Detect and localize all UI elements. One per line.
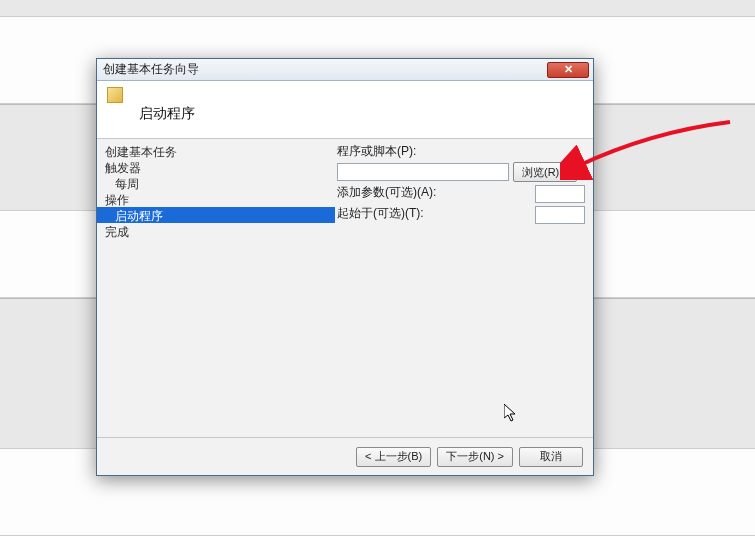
- cancel-button[interactable]: 取消: [519, 447, 583, 467]
- wizard-icon: [107, 87, 123, 103]
- program-input[interactable]: [337, 163, 509, 181]
- sidebar-item-finish[interactable]: 完成: [97, 223, 335, 239]
- sidebar-item-label: 创建基本任务: [105, 145, 177, 159]
- browse-button-label: 浏览(R)...: [522, 165, 568, 180]
- start-in-label: 起始于(可选)(T):: [337, 205, 424, 222]
- next-button-label: 下一步(N) >: [446, 449, 504, 464]
- back-button[interactable]: < 上一步(B): [356, 447, 431, 467]
- sidebar-item-start-program[interactable]: 启动程序: [97, 207, 335, 223]
- arguments-label: 添加参数(可选)(A):: [337, 184, 436, 201]
- start-in-input[interactable]: [535, 206, 585, 224]
- next-button[interactable]: 下一步(N) >: [437, 447, 513, 467]
- titlebar: 创建基本任务向导 ✕: [97, 59, 593, 81]
- cancel-button-label: 取消: [540, 449, 562, 464]
- window-title: 创建基本任务向导: [103, 61, 547, 78]
- sidebar-item-label: 每周: [115, 177, 139, 191]
- sidebar-item-label: 启动程序: [115, 209, 163, 223]
- wizard-body: 创建基本任务 触发器 每周 操作 启动程序 完成 程序或脚本(P): 浏览(R)…: [97, 139, 593, 437]
- program-label: 程序或脚本(P):: [337, 143, 585, 160]
- back-button-label: < 上一步(B): [365, 449, 422, 464]
- close-icon: ✕: [564, 63, 573, 76]
- browse-button[interactable]: 浏览(R)...: [513, 162, 577, 182]
- sidebar-item-label: 操作: [105, 193, 129, 207]
- arguments-input[interactable]: [535, 185, 585, 203]
- wizard-content: 程序或脚本(P): 浏览(R)... 添加参数(可选)(A): 起始于(可选)(…: [335, 139, 593, 437]
- wizard-footer: < 上一步(B) 下一步(N) > 取消: [97, 437, 593, 475]
- sidebar-item-create-task[interactable]: 创建基本任务: [97, 143, 335, 159]
- sidebar-item-weekly[interactable]: 每周: [97, 175, 335, 191]
- page-title: 启动程序: [139, 105, 195, 123]
- wizard-header: 启动程序: [97, 81, 593, 139]
- sidebar-item-action[interactable]: 操作: [97, 191, 335, 207]
- sidebar-item-label: 触发器: [105, 161, 141, 175]
- create-basic-task-wizard-dialog: 创建基本任务向导 ✕ 启动程序 创建基本任务 触发器 每周 操作 启动程序 完成…: [96, 58, 594, 476]
- wizard-steps-sidebar: 创建基本任务 触发器 每周 操作 启动程序 完成: [97, 139, 335, 437]
- close-button[interactable]: ✕: [547, 62, 589, 78]
- sidebar-item-label: 完成: [105, 225, 129, 239]
- sidebar-item-trigger[interactable]: 触发器: [97, 159, 335, 175]
